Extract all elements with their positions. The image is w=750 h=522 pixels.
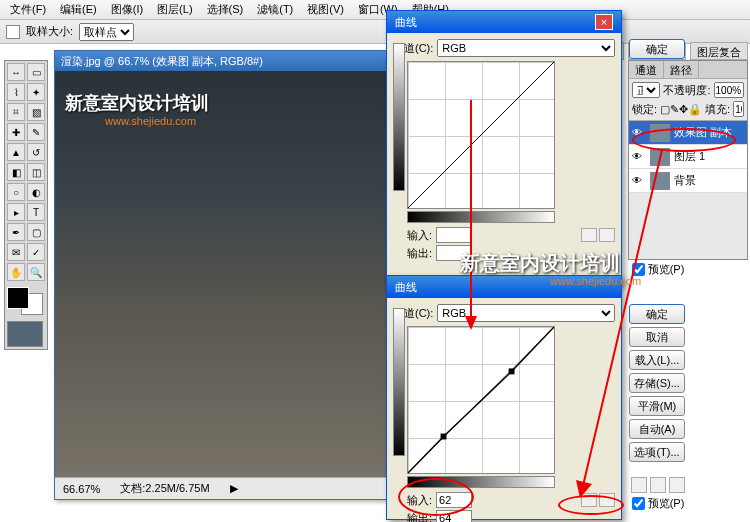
pen-tool-icon[interactable]: ✒	[7, 223, 25, 241]
curves-dialog-bottom: 曲线 通道(C): RGB 输入: 输出:	[386, 275, 622, 520]
curve-pencil-icon[interactable]	[599, 228, 615, 242]
watermark-overlay: 新意室内设计培训	[460, 250, 620, 277]
channel-select[interactable]: RGB	[437, 39, 615, 57]
hand-tool-icon[interactable]: ✋	[7, 263, 25, 281]
visibility-icon[interactable]: 👁	[632, 127, 646, 138]
ok-button[interactable]: 确定	[629, 304, 685, 324]
layer-thumb	[650, 124, 670, 142]
eyedropper-gray-icon[interactable]	[650, 477, 666, 493]
slice-tool-icon[interactable]: ▨	[27, 103, 45, 121]
sample-size-select[interactable]: 取样点	[79, 23, 134, 41]
input-field[interactable]	[436, 227, 472, 243]
path-tool-icon[interactable]: ▸	[7, 203, 25, 221]
type-tool-icon[interactable]: T	[27, 203, 45, 221]
brush-tool-icon[interactable]: ✎	[27, 123, 45, 141]
opacity-field[interactable]	[714, 82, 744, 98]
layer-item[interactable]: 👁图层 1	[629, 145, 747, 169]
document-titlebar[interactable]: 渲染.jpg @ 66.7% (效果图 副本, RGB/8#)	[55, 51, 389, 71]
curves-grid[interactable]	[407, 61, 555, 209]
preview-checkbox-row[interactable]: 预览(P)	[632, 496, 685, 511]
lasso-tool-icon[interactable]: ⌇	[7, 83, 25, 101]
zoom-level[interactable]: 66.67%	[63, 483, 100, 495]
document-title: 渲染.jpg @ 66.7% (效果图 副本, RGB/8#)	[61, 54, 263, 69]
blur-tool-icon[interactable]: ○	[7, 183, 25, 201]
eyedropper-icon[interactable]	[6, 25, 20, 39]
input-field[interactable]	[436, 492, 472, 508]
crop-tool-icon[interactable]: ⌗	[7, 103, 25, 121]
layer-name: 效果图 副本	[674, 125, 732, 140]
watermark-url: www.shejiedu.com	[105, 115, 196, 127]
output-label: 输出:	[407, 511, 432, 523]
lock-icons[interactable]: ▢✎✥🔒	[660, 103, 702, 116]
visibility-icon[interactable]: 👁	[632, 151, 646, 162]
status-arrow-icon[interactable]: ▶	[230, 482, 238, 495]
close-icon[interactable]: ×	[595, 14, 613, 30]
ok-button[interactable]: 确定	[629, 39, 685, 59]
visibility-icon[interactable]: 👁	[632, 175, 646, 186]
save-button[interactable]: 存储(S)...	[629, 373, 685, 393]
move-tool-icon[interactable]: ↔	[7, 63, 25, 81]
dodge-tool-icon[interactable]: ◐	[27, 183, 45, 201]
lock-label: 锁定:	[632, 102, 657, 117]
menu-view[interactable]: 视图(V)	[301, 0, 350, 19]
blend-mode-select[interactable]: 正常	[632, 82, 660, 98]
gradient-horizontal	[407, 476, 555, 488]
watermark-overlay-url: www.shejiedu.com	[550, 275, 641, 287]
smooth-button[interactable]: 平滑(M)	[629, 396, 685, 416]
stamp-tool-icon[interactable]: ▲	[7, 143, 25, 161]
auto-button[interactable]: 自动(A)	[629, 419, 685, 439]
opacity-label: 不透明度:	[663, 83, 710, 98]
layer-item[interactable]: 👁效果图 副本	[629, 121, 747, 145]
gradient-horizontal	[407, 211, 555, 223]
quickmask-icon[interactable]	[7, 321, 43, 347]
output-field[interactable]	[436, 510, 472, 522]
layer-item[interactable]: 👁背景	[629, 169, 747, 193]
menu-file[interactable]: 文件(F)	[4, 0, 52, 19]
curves-title: 曲线	[395, 280, 417, 295]
eyedropper-white-icon[interactable]	[669, 477, 685, 493]
curves-grid[interactable]	[407, 326, 555, 474]
menu-edit[interactable]: 编辑(E)	[54, 0, 103, 19]
curves-title: 曲线	[395, 15, 417, 30]
heal-tool-icon[interactable]: ✚	[7, 123, 25, 141]
wand-tool-icon[interactable]: ✦	[27, 83, 45, 101]
history-brush-icon[interactable]: ↺	[27, 143, 45, 161]
eyedrop-tool-icon[interactable]: ✓	[27, 243, 45, 261]
channel-select[interactable]: RGB	[437, 304, 615, 322]
input-label: 输入:	[407, 228, 432, 243]
filesize-info: 文档:2.25M/6.75M	[120, 481, 209, 496]
menu-filter[interactable]: 滤镜(T)	[251, 0, 299, 19]
menu-layer[interactable]: 图层(L)	[151, 0, 198, 19]
curve-point-icon[interactable]	[581, 493, 597, 507]
shape-tool-icon[interactable]: ▢	[27, 223, 45, 241]
menu-image[interactable]: 图像(I)	[105, 0, 149, 19]
load-button[interactable]: 载入(L)...	[629, 350, 685, 370]
layer-name: 图层 1	[674, 149, 705, 164]
fill-field[interactable]	[733, 101, 744, 117]
curve-point-icon[interactable]	[581, 228, 597, 242]
menu-select[interactable]: 选择(S)	[201, 0, 250, 19]
tab-layercomps[interactable]: 图层复合	[690, 42, 748, 60]
document-window: 渲染.jpg @ 66.7% (效果图 副本, RGB/8#) 新意室内设计培训…	[54, 50, 390, 500]
curve-pencil-icon[interactable]	[599, 493, 615, 507]
cancel-button[interactable]: 取消	[629, 327, 685, 347]
layer-thumb	[650, 172, 670, 190]
gradient-tool-icon[interactable]: ◫	[27, 163, 45, 181]
gradient-vertical	[393, 43, 405, 191]
layer-list: 👁效果图 副本 👁图层 1 👁背景	[629, 120, 747, 193]
menu-bar: 文件(F) 编辑(E) 图像(I) 图层(L) 选择(S) 滤镜(T) 视图(V…	[0, 0, 750, 20]
tab-paths[interactable]: 路径	[664, 61, 699, 78]
eraser-tool-icon[interactable]: ◧	[7, 163, 25, 181]
tab-channels[interactable]: 通道	[629, 61, 664, 78]
svg-line-0	[408, 62, 554, 208]
eyedropper-black-icon[interactable]	[631, 477, 647, 493]
notes-tool-icon[interactable]: ✉	[7, 243, 25, 261]
document-canvas[interactable]: 新意室内设计培训 www.shejiedu.com	[55, 71, 389, 477]
options-button[interactable]: 选项(T)...	[629, 442, 685, 462]
curves-titlebar[interactable]: 曲线 ×	[387, 11, 621, 33]
marquee-tool-icon[interactable]: ▭	[27, 63, 45, 81]
preview-checkbox[interactable]	[632, 497, 645, 510]
layer-thumb	[650, 148, 670, 166]
color-swatch[interactable]	[7, 287, 43, 315]
zoom-tool-icon[interactable]: 🔍	[27, 263, 45, 281]
